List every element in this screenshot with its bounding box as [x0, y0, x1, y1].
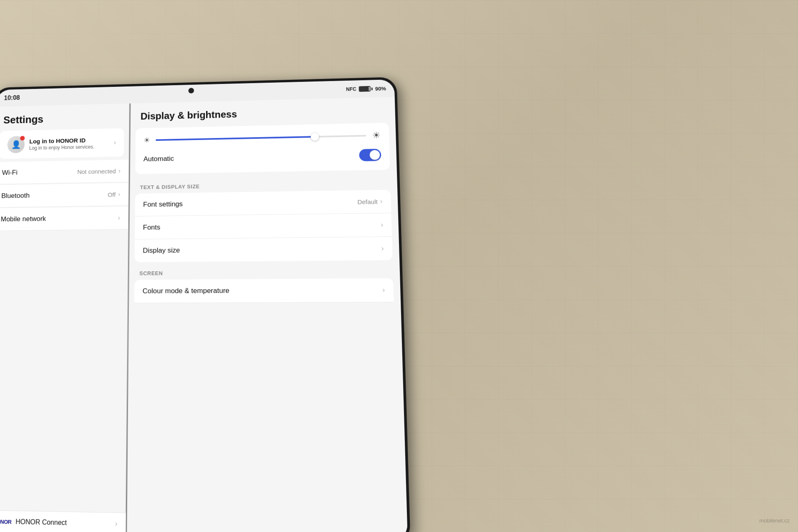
watermark: mobilenet.cz — [759, 517, 790, 524]
brightness-slider-row: ☀ ☀ — [143, 130, 381, 145]
font-settings-label: Font settings — [143, 197, 357, 209]
toggle-knob — [369, 150, 380, 160]
phone-device: 10:08 NFC 90% Settings — [0, 77, 411, 532]
automatic-toggle[interactable] — [359, 149, 382, 161]
nfc-icon: NFC — [346, 86, 356, 92]
bluetooth-chevron: › — [118, 191, 120, 198]
status-right-icons: NFC 90% — [346, 85, 386, 92]
battery-tip — [371, 87, 372, 90]
honor-connect-label: HONOR Connect — [15, 518, 67, 527]
avatar: 👤 — [7, 136, 25, 153]
settings-title: Settings — [3, 113, 44, 126]
battery-body — [359, 86, 370, 92]
detail-item-fonts[interactable]: Fonts › — [135, 213, 392, 239]
display-size-chevron: › — [381, 245, 384, 252]
colour-mode-label: Colour mode & temperature — [143, 286, 383, 296]
detail-item-display-size[interactable]: Display size › — [135, 237, 393, 262]
font-display-group: Font settings Default › Fonts › Display … — [128, 190, 399, 262]
automatic-label: Automatic — [143, 155, 174, 163]
sun-icon-large: ☀ — [372, 130, 381, 141]
settings-item-wifi[interactable]: Wi-Fi Not connected › — [0, 160, 128, 185]
settings-item-mobile-network[interactable]: Mobile network › — [0, 207, 128, 231]
account-item[interactable]: 👤 Log in to HONOR ID Log in to enjoy Hon… — [0, 128, 124, 159]
status-time: 10:08 — [4, 94, 20, 102]
honor-connect-chevron: › — [115, 520, 118, 528]
phone-screen: 10:08 NFC 90% Settings — [0, 79, 408, 532]
mobile-network-label: Mobile network — [0, 214, 118, 224]
account-chevron: › — [114, 139, 116, 146]
avatar-icon: 👤 — [11, 140, 21, 149]
brightness-fill — [155, 136, 319, 141]
colour-mode-chevron: › — [382, 286, 385, 294]
honor-connect-item[interactable]: HONOR HONOR Connect › — [0, 510, 126, 532]
left-panel: Settings 👤 Log in to HONOR ID Log in to … — [0, 103, 130, 532]
bluetooth-label: Bluetooth — [1, 190, 108, 200]
wifi-label: Wi-Fi — [2, 167, 77, 177]
account-text: Log in to HONOR ID Log in to enjoy Honor… — [29, 136, 109, 151]
font-settings-value: Default — [357, 198, 378, 205]
settings-title-partial: Settings — [0, 107, 129, 128]
detail-item-colour-mode[interactable]: Colour mode & temperature › — [134, 278, 394, 303]
brightness-thumb[interactable] — [311, 133, 319, 141]
screen-header: SCREEN — [128, 263, 400, 280]
battery-percent: 90% — [375, 85, 386, 91]
detail-item-font-settings[interactable]: Font settings Default › — [135, 190, 392, 217]
battery-icon — [359, 86, 373, 92]
fonts-chevron: › — [381, 221, 383, 229]
wifi-chevron: › — [118, 167, 121, 174]
mobile-network-chevron: › — [118, 214, 120, 222]
notification-dot — [20, 136, 25, 140]
font-settings-chevron: › — [380, 198, 382, 205]
right-panel-body: Display & brightness ☀ ☀ — [126, 97, 408, 532]
brightness-section: ☀ ☀ Automatic — [135, 123, 390, 174]
display-size-label: Display size — [143, 244, 382, 255]
account-name: Log in to HONOR ID — [30, 136, 109, 145]
honor-logo: HONOR — [0, 518, 12, 525]
automatic-toggle-row: Automatic — [143, 147, 381, 167]
fonts-label: Fonts — [143, 221, 381, 232]
sun-icon-small: ☀ — [143, 136, 150, 145]
bluetooth-value: Off — [108, 191, 116, 198]
wifi-value: Not connected — [77, 167, 116, 175]
brightness-slider[interactable] — [155, 135, 366, 141]
account-subtitle: Log in to enjoy Honor services. — [29, 144, 109, 151]
right-panel: Display & brightness ☀ ☀ — [126, 97, 408, 532]
settings-item-bluetooth[interactable]: Bluetooth Off › — [0, 183, 128, 207]
screen-content: Settings 👤 Log in to HONOR ID Log in to … — [0, 97, 408, 532]
battery-fill — [360, 87, 369, 91]
